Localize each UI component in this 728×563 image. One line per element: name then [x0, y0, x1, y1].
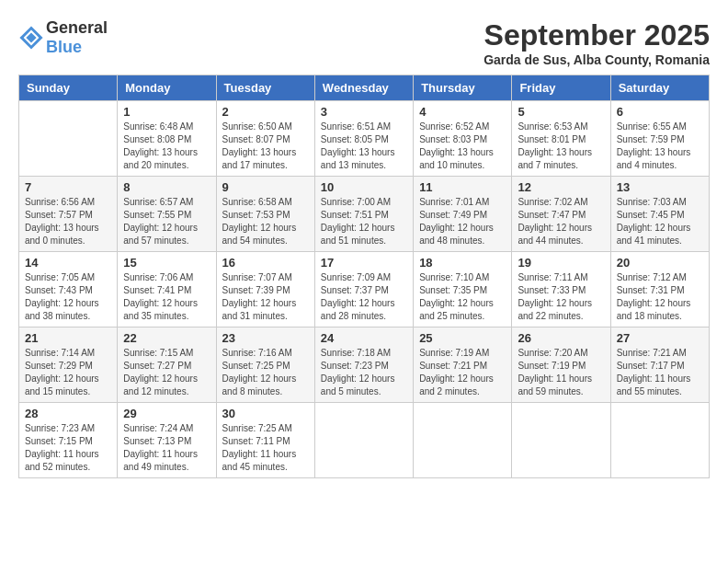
calendar-week-2: 7Sunrise: 6:56 AMSunset: 7:57 PMDaylight… — [19, 177, 710, 252]
calendar-cell: 30Sunrise: 7:25 AMSunset: 7:11 PMDayligh… — [216, 403, 314, 478]
day-info: Sunrise: 7:09 AMSunset: 7:37 PMDaylight:… — [321, 271, 407, 323]
day-number: 5 — [518, 105, 604, 119]
day-info: Sunrise: 6:48 AMSunset: 8:08 PMDaylight:… — [123, 121, 210, 172]
calendar-cell: 10Sunrise: 7:00 AMSunset: 7:51 PMDayligh… — [314, 177, 413, 252]
calendar-cell: 20Sunrise: 7:12 AMSunset: 7:31 PMDayligh… — [610, 252, 709, 327]
calendar-week-1: 1Sunrise: 6:48 AMSunset: 8:08 PMDaylight… — [19, 101, 710, 177]
title-block: September 2025 Garda de Sus, Alba County… — [483, 18, 710, 67]
logo: General Blue — [18, 18, 108, 57]
day-info: Sunrise: 7:10 AMSunset: 7:35 PMDaylight:… — [419, 271, 506, 323]
day-info: Sunrise: 7:16 AMSunset: 7:25 PMDaylight:… — [222, 347, 309, 398]
day-number: 28 — [25, 407, 111, 420]
calendar-cell: 23Sunrise: 7:16 AMSunset: 7:25 PMDayligh… — [216, 327, 314, 403]
calendar-cell: 26Sunrise: 7:20 AMSunset: 7:19 PMDayligh… — [512, 327, 610, 403]
day-number: 9 — [222, 180, 309, 194]
day-info: Sunrise: 6:55 AMSunset: 7:59 PMDaylight:… — [617, 121, 703, 172]
day-info: Sunrise: 6:50 AMSunset: 8:07 PMDaylight:… — [222, 121, 309, 172]
calendar-cell: 29Sunrise: 7:24 AMSunset: 7:13 PMDayligh… — [118, 403, 216, 478]
calendar-cell: 27Sunrise: 7:21 AMSunset: 7:17 PMDayligh… — [610, 327, 709, 403]
calendar-header-row: SundayMondayTuesdayWednesdayThursdayFrid… — [19, 75, 710, 101]
calendar-cell — [610, 403, 709, 478]
weekday-header-sunday: Sunday — [19, 75, 118, 101]
day-info: Sunrise: 7:11 AMSunset: 7:33 PMDaylight:… — [518, 271, 604, 323]
day-number: 15 — [123, 256, 210, 270]
day-info: Sunrise: 7:25 AMSunset: 7:11 PMDaylight:… — [222, 422, 309, 474]
day-info: Sunrise: 7:19 AMSunset: 7:21 PMDaylight:… — [419, 347, 506, 398]
calendar-cell — [414, 403, 512, 478]
day-number: 26 — [518, 331, 604, 345]
calendar-cell: 28Sunrise: 7:23 AMSunset: 7:15 PMDayligh… — [19, 403, 118, 478]
day-info: Sunrise: 7:07 AMSunset: 7:39 PMDaylight:… — [222, 271, 309, 323]
calendar-cell: 8Sunrise: 6:57 AMSunset: 7:55 PMDaylight… — [118, 177, 216, 252]
weekday-header-monday: Monday — [118, 75, 216, 101]
day-number: 12 — [518, 180, 604, 194]
day-info: Sunrise: 7:23 AMSunset: 7:15 PMDaylight:… — [25, 422, 111, 474]
day-number: 19 — [518, 256, 604, 270]
calendar-cell — [512, 403, 610, 478]
day-number: 3 — [321, 105, 407, 119]
day-info: Sunrise: 6:51 AMSunset: 8:05 PMDaylight:… — [321, 121, 407, 172]
day-number: 13 — [617, 180, 703, 194]
location-subtitle: Garda de Sus, Alba County, Romania — [483, 52, 710, 67]
day-number: 29 — [123, 407, 210, 420]
day-info: Sunrise: 7:01 AMSunset: 7:49 PMDaylight:… — [419, 196, 506, 247]
day-info: Sunrise: 7:02 AMSunset: 7:47 PMDaylight:… — [518, 196, 604, 247]
calendar-cell: 3Sunrise: 6:51 AMSunset: 8:05 PMDaylight… — [314, 101, 413, 177]
calendar-cell: 2Sunrise: 6:50 AMSunset: 8:07 PMDaylight… — [216, 101, 314, 177]
day-number: 30 — [222, 407, 309, 420]
day-info: Sunrise: 7:18 AMSunset: 7:23 PMDaylight:… — [321, 347, 407, 398]
calendar-cell: 17Sunrise: 7:09 AMSunset: 7:37 PMDayligh… — [314, 252, 413, 327]
calendar-cell: 9Sunrise: 6:58 AMSunset: 7:53 PMDaylight… — [216, 177, 314, 252]
calendar-cell: 12Sunrise: 7:02 AMSunset: 7:47 PMDayligh… — [512, 177, 610, 252]
calendar-cell: 13Sunrise: 7:03 AMSunset: 7:45 PMDayligh… — [610, 177, 709, 252]
day-number: 22 — [123, 331, 210, 345]
calendar-week-4: 21Sunrise: 7:14 AMSunset: 7:29 PMDayligh… — [19, 327, 710, 403]
day-number: 23 — [222, 331, 309, 345]
day-info: Sunrise: 6:56 AMSunset: 7:57 PMDaylight:… — [25, 196, 111, 247]
day-number: 7 — [25, 180, 111, 194]
day-number: 11 — [419, 180, 506, 194]
day-number: 2 — [222, 105, 309, 119]
day-number: 14 — [25, 256, 111, 270]
calendar-table: SundayMondayTuesdayWednesdayThursdayFrid… — [18, 75, 710, 478]
calendar-week-3: 14Sunrise: 7:05 AMSunset: 7:43 PMDayligh… — [19, 252, 710, 327]
day-info: Sunrise: 6:57 AMSunset: 7:55 PMDaylight:… — [123, 196, 210, 247]
month-title: September 2025 — [483, 18, 710, 52]
day-info: Sunrise: 7:14 AMSunset: 7:29 PMDaylight:… — [25, 347, 111, 398]
calendar-cell: 7Sunrise: 6:56 AMSunset: 7:57 PMDaylight… — [19, 177, 118, 252]
day-number: 21 — [25, 331, 111, 345]
day-info: Sunrise: 7:00 AMSunset: 7:51 PMDaylight:… — [321, 196, 407, 247]
calendar-cell: 24Sunrise: 7:18 AMSunset: 7:23 PMDayligh… — [314, 327, 413, 403]
day-number: 20 — [617, 256, 703, 270]
day-info: Sunrise: 6:52 AMSunset: 8:03 PMDaylight:… — [419, 121, 506, 172]
day-number: 4 — [419, 105, 506, 119]
logo-text: General Blue — [46, 18, 108, 57]
day-info: Sunrise: 7:20 AMSunset: 7:19 PMDaylight:… — [518, 347, 604, 398]
day-info: Sunrise: 6:53 AMSunset: 8:01 PMDaylight:… — [518, 121, 604, 172]
calendar-cell: 1Sunrise: 6:48 AMSunset: 8:08 PMDaylight… — [118, 101, 216, 177]
page-header: General Blue September 2025 Garda de Sus… — [18, 18, 710, 67]
calendar-cell: 5Sunrise: 6:53 AMSunset: 8:01 PMDaylight… — [512, 101, 610, 177]
day-number: 1 — [123, 105, 210, 119]
weekday-header-friday: Friday — [512, 75, 610, 101]
day-number: 6 — [617, 105, 703, 119]
calendar-cell: 14Sunrise: 7:05 AMSunset: 7:43 PMDayligh… — [19, 252, 118, 327]
day-info: Sunrise: 7:24 AMSunset: 7:13 PMDaylight:… — [123, 422, 210, 474]
day-info: Sunrise: 7:12 AMSunset: 7:31 PMDaylight:… — [617, 271, 703, 323]
weekday-header-saturday: Saturday — [610, 75, 709, 101]
day-info: Sunrise: 6:58 AMSunset: 7:53 PMDaylight:… — [222, 196, 309, 247]
calendar-cell: 25Sunrise: 7:19 AMSunset: 7:21 PMDayligh… — [414, 327, 512, 403]
calendar-cell: 15Sunrise: 7:06 AMSunset: 7:41 PMDayligh… — [118, 252, 216, 327]
day-info: Sunrise: 7:06 AMSunset: 7:41 PMDaylight:… — [123, 271, 210, 323]
day-number: 10 — [321, 180, 407, 194]
calendar-cell: 6Sunrise: 6:55 AMSunset: 7:59 PMDaylight… — [610, 101, 709, 177]
calendar-cell — [314, 403, 413, 478]
weekday-header-tuesday: Tuesday — [216, 75, 314, 101]
calendar-cell: 4Sunrise: 6:52 AMSunset: 8:03 PMDaylight… — [414, 101, 512, 177]
calendar-cell: 16Sunrise: 7:07 AMSunset: 7:39 PMDayligh… — [216, 252, 314, 327]
calendar-week-5: 28Sunrise: 7:23 AMSunset: 7:15 PMDayligh… — [19, 403, 710, 478]
day-info: Sunrise: 7:15 AMSunset: 7:27 PMDaylight:… — [123, 347, 210, 398]
weekday-header-wednesday: Wednesday — [314, 75, 413, 101]
day-number: 18 — [419, 256, 506, 270]
weekday-header-thursday: Thursday — [414, 75, 512, 101]
